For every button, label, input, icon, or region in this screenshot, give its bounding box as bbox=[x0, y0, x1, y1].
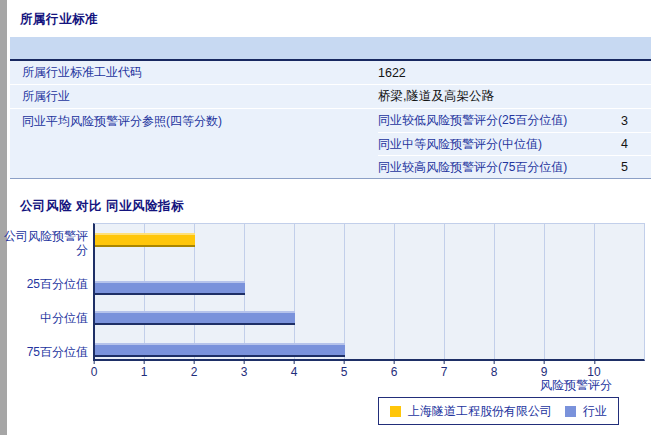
subrow-label: 同业较低风险预警评分(25百分位值) bbox=[378, 112, 621, 129]
subrow-p75: 同业较高风险预警评分(75百分位值) 5 bbox=[378, 155, 651, 178]
section-title-industry-standard: 所属行业标准 bbox=[20, 11, 98, 28]
x-tick-label: 2 bbox=[191, 365, 198, 379]
row-label: 所属行业标准工业代码 bbox=[10, 64, 378, 81]
bar-industry-p75 bbox=[95, 343, 345, 357]
y-category-label-p75: 75百分位值 bbox=[4, 345, 88, 359]
row-value: 1622 bbox=[378, 66, 406, 80]
chart-plot-area bbox=[93, 223, 645, 361]
industry-standard-table: 所属行业标准工业代码 1622 所属行业 桥梁,隧道及高架公路 同业平均风险预警… bbox=[10, 37, 651, 179]
left-gutter bbox=[0, 0, 7, 435]
bar-industry-p25 bbox=[95, 281, 245, 295]
x-tick-label: 6 bbox=[391, 365, 398, 379]
legend-label-industry: 行业 bbox=[583, 403, 607, 420]
table-row-industry: 所属行业 桥梁,隧道及高架公路 bbox=[10, 85, 651, 109]
bar-company-score bbox=[95, 233, 195, 247]
peer-score-subrows: 同业较低风险预警评分(25百分位值) 3 同业中等风险预警评分(中位值) 4 同… bbox=[378, 109, 651, 178]
legend-swatch-company bbox=[390, 406, 401, 417]
section-title-risk-comparison: 公司风险 对比 同业风险指标 bbox=[20, 198, 184, 215]
table-row-industry-code: 所属行业标准工业代码 1622 bbox=[10, 61, 651, 85]
row-value: 桥梁,隧道及高架公路 bbox=[378, 88, 494, 105]
subrow-value: 3 bbox=[621, 114, 651, 128]
bar-industry-median bbox=[95, 311, 295, 325]
x-tick-label: 8 bbox=[491, 365, 498, 379]
x-tick-label: 5 bbox=[341, 365, 348, 379]
group-row-label: 同业平均风险预警评分参照(四等分数) bbox=[10, 109, 378, 178]
table-row-peer-reference: 同业平均风险预警评分参照(四等分数) 同业较低风险预警评分(25百分位值) 3 … bbox=[10, 109, 651, 178]
x-axis-title: 风险预警评分 bbox=[540, 377, 612, 394]
subrow-median: 同业中等风险预警评分(中位值) 4 bbox=[378, 132, 651, 155]
x-tick-label: 1 bbox=[141, 365, 148, 379]
risk-report-page: 所属行业标准 所属行业标准工业代码 1622 所属行业 桥梁,隧道及高架公路 同… bbox=[0, 0, 651, 435]
y-category-label-p25: 25百分位值 bbox=[4, 277, 88, 291]
subrow-label: 同业较高风险预警评分(75百分位值) bbox=[378, 159, 621, 176]
chart-legend: 上海隧道工程股份有限公司 行业 bbox=[378, 397, 619, 425]
y-category-label-median: 中分位值 bbox=[4, 311, 88, 325]
y-category-label-company-score: 公司风险预警评分 bbox=[4, 229, 88, 257]
legend-swatch-industry bbox=[565, 406, 576, 417]
subrow-label: 同业中等风险预警评分(中位值) bbox=[378, 136, 621, 153]
subrow-p25: 同业较低风险预警评分(25百分位值) 3 bbox=[378, 109, 651, 132]
x-tick-label: 4 bbox=[291, 365, 298, 379]
table-header-band bbox=[10, 37, 651, 61]
subrow-value: 4 bbox=[621, 137, 651, 151]
subrow-value: 5 bbox=[621, 160, 651, 174]
row-label: 所属行业 bbox=[10, 88, 378, 105]
x-tick-label: 0 bbox=[91, 365, 98, 379]
x-tick-label: 3 bbox=[241, 365, 248, 379]
legend-label-company: 上海隧道工程股份有限公司 bbox=[408, 403, 552, 420]
x-tick-label: 7 bbox=[441, 365, 448, 379]
